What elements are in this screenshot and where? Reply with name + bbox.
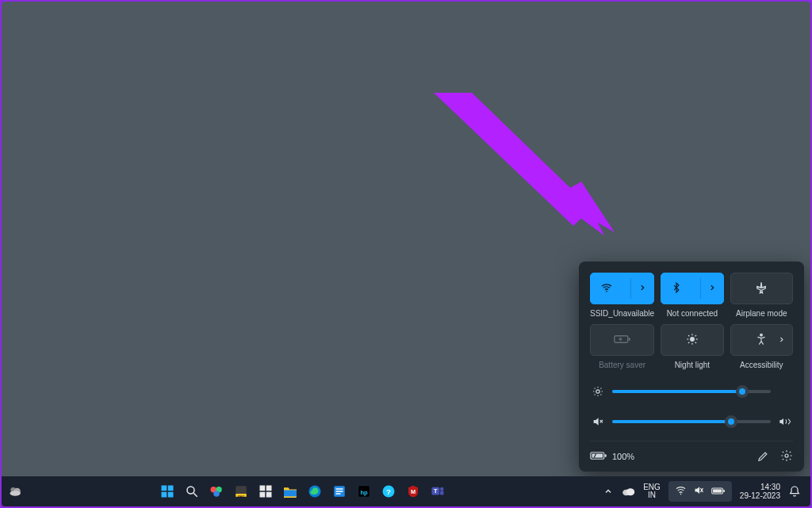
svg-point-37 (10, 491, 21, 496)
airplane-icon (754, 281, 768, 296)
svg-line-28 (600, 388, 601, 389)
svg-rect-76 (713, 489, 722, 492)
svg-line-17 (688, 342, 689, 343)
accessibility-toggle[interactable] (730, 324, 793, 356)
battery-text: 100% (612, 452, 634, 461)
taskbar-app-1[interactable] (208, 483, 225, 500)
svg-point-7 (606, 291, 607, 292)
desktop[interactable]: SSID_Unavailable Not connected (2, 2, 810, 506)
svg-marker-2 (553, 184, 611, 235)
svg-text:T: T (434, 487, 438, 495)
svg-rect-58 (336, 491, 343, 492)
sliders (590, 385, 793, 428)
quick-settings-panel: SSID_Unavailable Not connected (579, 262, 804, 472)
edge-button[interactable] (306, 483, 324, 500)
battery-saver-label: Battery saver (599, 361, 645, 369)
battery-tray-icon (711, 484, 726, 498)
svg-marker-3 (553, 184, 611, 230)
language-indicator[interactable]: ENG IN (643, 483, 661, 500)
teams-button[interactable]: T (429, 483, 446, 500)
svg-point-42 (187, 487, 194, 494)
svg-line-18 (695, 335, 695, 336)
svg-marker-5 (434, 93, 588, 226)
svg-point-19 (760, 334, 763, 336)
battery-saver-icon (614, 334, 631, 346)
svg-rect-9 (628, 338, 630, 340)
night-light-icon (686, 333, 699, 347)
tray-overflow-button[interactable] (603, 476, 613, 506)
taskbar-center: PRO hp ? M T (2, 483, 603, 500)
notifications-button[interactable] (788, 476, 801, 506)
search-button[interactable] (183, 483, 201, 500)
svg-point-71 (680, 494, 682, 495)
chevron-right-icon[interactable] (638, 284, 646, 293)
svg-point-20 (596, 390, 599, 393)
brightness-slider[interactable] (612, 390, 771, 393)
battery-saver-toggle (590, 324, 654, 356)
edit-quick-settings-button[interactable] (757, 450, 769, 464)
airplane-tile: Airplane mode (730, 273, 793, 318)
chevron-right-icon[interactable] (778, 335, 785, 345)
chevron-right-icon[interactable] (708, 284, 716, 293)
volume-mute-icon[interactable] (592, 415, 604, 428)
svg-text:?: ? (386, 487, 391, 496)
svg-line-15 (688, 335, 689, 336)
taskbar-app-4[interactable] (331, 483, 348, 500)
taskbar-app-2[interactable]: PRO (232, 483, 250, 500)
system-tray: ENG IN 14:30 29-12-2023 (603, 476, 810, 506)
file-explorer-button[interactable] (282, 483, 299, 500)
bluetooth-toggle[interactable] (661, 273, 723, 304)
airplane-label: Airplane mode (736, 309, 787, 318)
taskbar-app-5[interactable]: hp (355, 483, 373, 500)
svg-rect-75 (723, 490, 725, 492)
settings-button[interactable] (780, 449, 793, 464)
svg-rect-51 (266, 486, 272, 491)
onedrive-icon[interactable] (621, 476, 635, 506)
svg-line-26 (600, 394, 601, 395)
accessibility-label: Accessibility (740, 361, 783, 369)
svg-text:M: M (411, 488, 416, 495)
svg-line-27 (595, 394, 596, 395)
wifi-tray-icon (675, 484, 687, 498)
svg-line-16 (695, 342, 695, 343)
svg-rect-52 (260, 492, 266, 498)
night-light-toggle[interactable] (661, 324, 723, 356)
annotation-arrow (434, 93, 624, 254)
mcafee-button[interactable]: M (404, 483, 422, 500)
audio-output-icon[interactable] (779, 415, 791, 428)
svg-rect-40 (162, 492, 167, 498)
svg-rect-53 (266, 492, 272, 498)
night-light-label: Night light (675, 361, 710, 369)
volume-slider-row (592, 415, 791, 428)
taskbar-app-3[interactable] (257, 483, 274, 500)
svg-marker-6 (556, 181, 615, 232)
svg-rect-50 (260, 486, 266, 491)
svg-text:hp: hp (360, 489, 368, 496)
clock[interactable]: 14:30 29-12-2023 (740, 483, 780, 501)
wifi-icon (600, 281, 613, 296)
accessibility-tile: Accessibility (730, 324, 793, 369)
svg-rect-33 (592, 453, 603, 457)
bluetooth-tile: Not connected (661, 273, 723, 318)
svg-rect-41 (168, 492, 174, 498)
start-button[interactable] (159, 483, 176, 500)
brightness-icon (592, 385, 604, 398)
svg-marker-1 (553, 184, 604, 235)
battery-icon (590, 451, 607, 462)
airplane-toggle[interactable] (730, 273, 793, 304)
svg-line-43 (193, 493, 197, 497)
svg-line-25 (595, 388, 596, 389)
wifi-label: SSID_Unavailable (590, 309, 654, 318)
svg-rect-39 (168, 486, 174, 491)
network-sound-battery-group[interactable] (668, 481, 732, 502)
wifi-toggle[interactable] (590, 273, 654, 304)
battery-status[interactable]: 100% (590, 451, 634, 462)
svg-point-67 (440, 487, 444, 491)
wifi-tile: SSID_Unavailable (590, 273, 654, 318)
svg-rect-57 (336, 488, 343, 490)
brightness-slider-row (592, 385, 791, 398)
widgets-button[interactable] (2, 476, 30, 506)
volume-slider[interactable] (612, 420, 771, 423)
svg-rect-59 (336, 493, 341, 495)
get-help-button[interactable]: ? (380, 483, 397, 500)
